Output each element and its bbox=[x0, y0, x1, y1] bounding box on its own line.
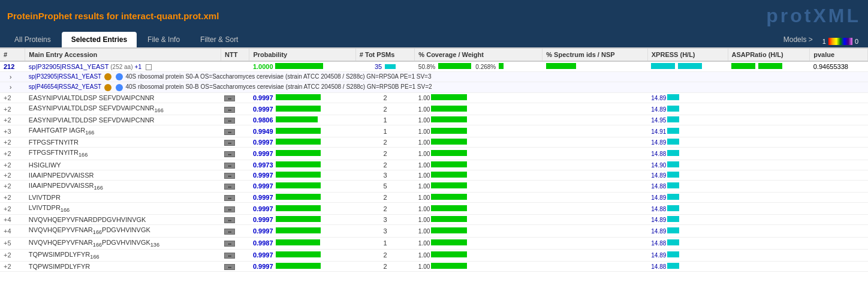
entry-number: 212 bbox=[0, 61, 25, 72]
tab-file-info[interactable]: File & Info bbox=[138, 32, 189, 47]
pep-spec-10 bbox=[542, 203, 648, 215]
protein-link-2[interactable]: sp|P46654|RSSA2_YEAST bbox=[29, 83, 101, 90]
pep-pval-9 bbox=[810, 193, 868, 203]
header-title-prefix: ProteinProphet results for bbox=[7, 11, 121, 21]
pep-psms-10: 2 bbox=[355, 203, 415, 215]
pep-psms-6: 2 bbox=[355, 160, 415, 170]
pep-cov-6: 1.00 bbox=[415, 160, 542, 170]
pep-sub-1: 166 bbox=[155, 107, 164, 113]
pep-seq-15: TQPWSIMPDLYFYR bbox=[25, 261, 221, 271]
protein-link-1[interactable]: sp|P32905|RSSA1_YEAST bbox=[29, 73, 101, 80]
pep-pval-0 bbox=[810, 92, 868, 103]
tabs-bar: All Proteins Selected Entries File & Inf… bbox=[0, 32, 868, 49]
pep-pval-3 bbox=[810, 125, 868, 137]
protein-desc-1: 40S ribosomal protein S0-A OS=Saccharomy… bbox=[125, 73, 431, 80]
col-xpress: XPRESS (H/L) bbox=[647, 49, 728, 61]
peptide-row-4: +2 FTPGSFTNYITR ▪▪ 0.9997 2 1.00 14.89 bbox=[0, 137, 868, 148]
protein-icon-orange-1[interactable] bbox=[104, 73, 111, 80]
pep-cov-10: 1.00 bbox=[415, 203, 542, 215]
pep-psms-14: 2 bbox=[355, 249, 415, 261]
pep-cov-12: 1.00 bbox=[415, 225, 542, 237]
pep-psms-1: 2 bbox=[355, 103, 415, 115]
peptide-row-14: +2 TQPWSIMPDLYFYR166 ▪▪ 0.9997 2 1.00 14… bbox=[0, 249, 868, 261]
tab-models[interactable]: Models > bbox=[774, 32, 822, 47]
pep-seq-12: NVQVHQEPYVFNAR166PDGVHVINVGK bbox=[25, 225, 221, 237]
pep-seq-6: HSIGLIWY bbox=[25, 160, 221, 170]
pep-spec-7 bbox=[542, 170, 648, 180]
pep-prob-4: 0.9997 bbox=[249, 137, 355, 148]
pep-sub-5: 166 bbox=[79, 152, 88, 158]
pep-cov-14: 1.00 bbox=[415, 249, 542, 261]
pep-seq-0: EASYNIPVIALTDLDSP SEFVDVAIPCNNR bbox=[25, 92, 221, 103]
pep-psms-15: 2 bbox=[355, 261, 415, 271]
pep-seq-11: NVQVHQEPYVFNARDPDGVHVINVGK bbox=[25, 215, 221, 225]
pep-seq-10: LVIVTDPR166 bbox=[25, 203, 221, 215]
pep-xpress-8: 14.88 bbox=[647, 180, 810, 192]
pep-charge-9: +2 bbox=[0, 193, 25, 203]
pep-cov-13: 1.00 bbox=[415, 237, 542, 249]
pep-prob-5: 0.9997 bbox=[249, 148, 355, 160]
pep-seq-8: IIAAIPNPEDVVAISSR166 bbox=[25, 180, 221, 192]
pep-prob-12: 0.9997 bbox=[249, 225, 355, 237]
peptide-row-9: +2 LVIVTDPR ▪▪ 0.9997 2 1.00 14.89 bbox=[0, 193, 868, 203]
pep-prob-11: 0.9997 bbox=[249, 215, 355, 225]
pep-prob-3: 0.9949 bbox=[249, 125, 355, 137]
protein-desc-2: 40S ribosomal protein S0-B OS=Saccharomy… bbox=[125, 83, 432, 90]
pep-ntt-4: ▪▪ bbox=[221, 137, 249, 148]
tab-selected-entries[interactable]: Selected Entries bbox=[62, 32, 137, 47]
pep-psms-11: 3 bbox=[355, 215, 415, 225]
pep-seq-5: FTPGSFTNYITR166 bbox=[25, 148, 221, 160]
col-ntt: NTT bbox=[221, 49, 249, 61]
peptide-row-10: +2 LVIVTDPR166 ▪▪ 0.9997 2 1.00 14.88 bbox=[0, 203, 868, 215]
tab-all-proteins[interactable]: All Proteins bbox=[5, 32, 61, 47]
entry-accession-link[interactable]: sp|P32905|RSSA1_YEAST bbox=[29, 63, 108, 70]
pep-seq-14: TQPWSIMPDLYFYR166 bbox=[25, 249, 221, 261]
table-container: # Main Entry Accession NTT Probability #… bbox=[0, 49, 868, 272]
pep-cov-11: 1.00 bbox=[415, 215, 542, 225]
pep-charge-11: +4 bbox=[0, 215, 25, 225]
pep-cov-8: 1.00 bbox=[415, 180, 542, 192]
pep-ntt-1: ▪▪ bbox=[221, 103, 249, 115]
pep-xpress-7: 14.89 bbox=[647, 170, 810, 180]
protein-icon-blue-1[interactable] bbox=[116, 73, 123, 80]
header-title-link[interactable]: interact-quant.prot.xml bbox=[121, 11, 219, 21]
pep-cov-0: 1.00 bbox=[415, 92, 542, 103]
pep-ntt-11: ▪▪ bbox=[221, 215, 249, 225]
entry-number-link[interactable]: 212 bbox=[4, 63, 14, 70]
entry-filter-icon[interactable] bbox=[146, 64, 152, 70]
pep-ntt-9: ▪▪ bbox=[221, 193, 249, 203]
pep-xpress-11: 14.89 bbox=[647, 215, 810, 225]
entry-cov-val: 50.8% bbox=[418, 64, 435, 70]
pep-pval-8 bbox=[810, 180, 868, 192]
pep-spec-13 bbox=[542, 237, 648, 249]
pep-cov-9: 1.00 bbox=[415, 193, 542, 203]
pep-charge-3: +3 bbox=[0, 125, 25, 137]
pep-pval-10 bbox=[810, 203, 868, 215]
pep-prob-2: 0.9806 bbox=[249, 115, 355, 125]
entry-weight-bar bbox=[499, 63, 504, 69]
pep-pval-7 bbox=[810, 170, 868, 180]
pep-sub-10: 166 bbox=[61, 207, 70, 213]
pep-ntt-15: ▪▪ bbox=[221, 261, 249, 271]
pep-cov-5: 1.00 bbox=[415, 148, 542, 160]
protein-icon-orange-2[interactable] bbox=[104, 84, 111, 91]
col-probability: Probability bbox=[249, 49, 355, 61]
entry-probability: 1.0000 bbox=[249, 61, 355, 72]
pep-charge-12: +4 bbox=[0, 225, 25, 237]
pep-charge-2: +2 bbox=[0, 115, 25, 125]
entry-spectrum bbox=[542, 61, 648, 72]
pep-seq-13: NVQVHQEPYVFNAR166PDGVHVINVGK136 bbox=[25, 237, 221, 249]
protein-icon-blue-2[interactable] bbox=[116, 84, 123, 91]
pep-seq-2: EASYNIPVIALTDLDSP SEFVDVAIPCNNR bbox=[25, 115, 221, 125]
pep-xpress-4: 14.89 bbox=[647, 137, 810, 148]
pep-pval-12 bbox=[810, 225, 868, 237]
pep-cov-2: 1.00 bbox=[415, 115, 542, 125]
protein-indent1: › bbox=[0, 72, 25, 82]
tab-filter-sort[interactable]: Filter & Sort bbox=[191, 32, 248, 47]
pep-pval-6 bbox=[810, 160, 868, 170]
pep-spec-0 bbox=[542, 92, 648, 103]
col-pvalue: pvalue bbox=[810, 49, 868, 61]
pep-sub-13a: 166 bbox=[93, 242, 102, 248]
peptide-row-13: +5 NVQVHQEPYVFNAR166PDGVHVINVGK136 ▪▪ 0.… bbox=[0, 237, 868, 249]
col-coverage: % Coverage / Weight bbox=[415, 49, 542, 61]
